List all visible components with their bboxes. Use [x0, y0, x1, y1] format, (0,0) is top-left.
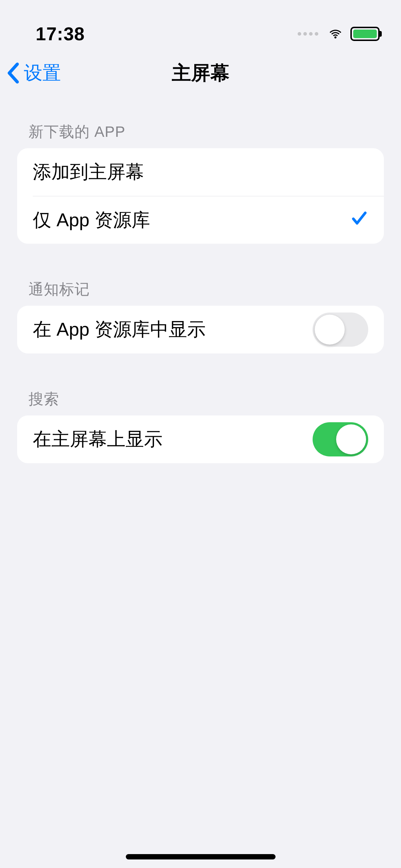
page-title: 主屏幕: [172, 60, 230, 86]
home-indicator[interactable]: [126, 854, 276, 859]
checkmark-icon: [350, 209, 368, 227]
toggle-show-on-home: 在主屏幕上显示: [17, 415, 384, 463]
wifi-icon: [327, 25, 344, 42]
search-group: 在主屏幕上显示: [17, 415, 384, 463]
show-in-library-switch[interactable]: [313, 312, 368, 347]
option-add-to-home[interactable]: 添加到主屏幕: [17, 148, 384, 196]
status-time: 17:38: [36, 23, 85, 45]
show-on-home-switch[interactable]: [313, 422, 368, 456]
navigation-bar: 设置 主屏幕: [0, 50, 401, 96]
status-icons: [298, 25, 380, 42]
toggle-label: 在主屏幕上显示: [33, 427, 163, 452]
option-app-library-only[interactable]: 仅 App 资源库: [33, 196, 384, 244]
section-header-new-apps: 新下载的 APP: [17, 96, 384, 148]
cellular-signal-icon: [298, 32, 318, 36]
battery-icon: [350, 27, 380, 41]
section-header-badges: 通知标记: [17, 244, 384, 306]
chevron-left-icon: [5, 62, 20, 84]
option-label: 添加到主屏幕: [33, 160, 144, 185]
option-label: 仅 App 资源库: [33, 208, 150, 233]
new-apps-group: 添加到主屏幕 仅 App 资源库: [17, 148, 384, 244]
toggle-show-in-library: 在 App 资源库中显示: [17, 306, 384, 353]
back-button[interactable]: 设置: [5, 61, 61, 86]
badges-group: 在 App 资源库中显示: [17, 306, 384, 353]
toggle-label: 在 App 资源库中显示: [33, 317, 206, 342]
back-label: 设置: [24, 61, 61, 86]
section-header-search: 搜索: [17, 353, 384, 415]
status-bar: 17:38: [0, 0, 401, 50]
